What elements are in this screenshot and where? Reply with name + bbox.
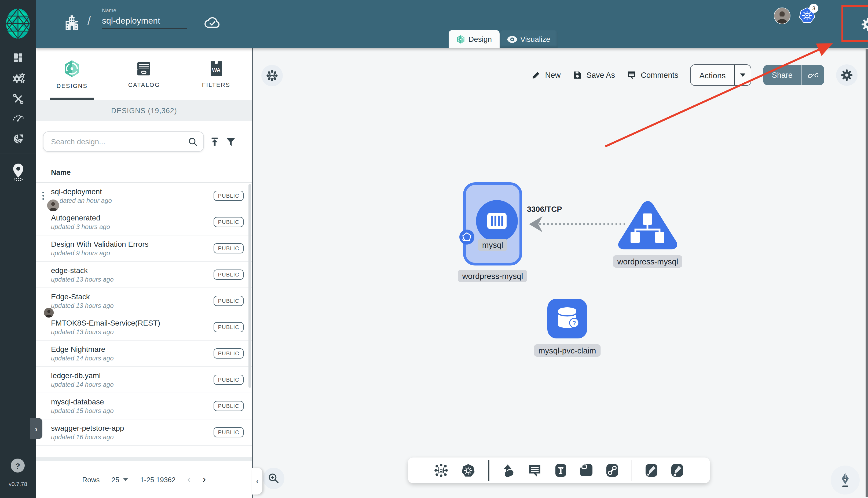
actions-button[interactable]: Actions <box>690 64 751 86</box>
copy-link-button[interactable] <box>801 65 824 85</box>
dock-divider <box>488 460 489 481</box>
sidebar-item-extensions[interactable] <box>0 129 36 149</box>
container-label: mysql <box>478 240 507 250</box>
design-list-item[interactable]: FMTOK8S-Email-Service(REST) updated 13 h… <box>36 314 252 341</box>
canvas-toolbar: New Save As Comments Actions <box>531 64 857 86</box>
container-mysql[interactable] <box>476 200 518 242</box>
draw-edge-tool-button[interactable] <box>645 463 658 477</box>
actions-label: Actions <box>691 65 734 85</box>
design-list-item[interactable]: Design With Validation Errors updated 9 … <box>36 235 252 262</box>
view-mode-tabs: Design Visualize <box>449 30 558 48</box>
save-as-button[interactable]: Save As <box>573 70 615 80</box>
chevron-down-icon <box>740 74 746 77</box>
help-button[interactable]: ? <box>11 459 25 473</box>
doodle-pencil-icon <box>671 463 684 477</box>
row-menu-icon[interactable] <box>42 192 44 200</box>
user-avatar[interactable] <box>774 8 790 24</box>
canvas-settings-button[interactable] <box>836 64 857 86</box>
node-service-wordpress-mysql[interactable] <box>614 198 682 252</box>
rows-per-page-select[interactable]: 25 <box>112 475 129 484</box>
sidebar-item-dashboard[interactable] <box>0 47 36 68</box>
wasm-icon-text: WA <box>212 67 221 73</box>
freehand-draw-tool-button[interactable] <box>671 463 684 477</box>
pvc-label: mysql-pvc-claim <box>534 346 600 356</box>
design-name-field[interactable]: Name sql-deployment <box>102 8 187 29</box>
visibility-badge: PUBLIC <box>214 427 244 437</box>
design-name-value[interactable]: sql-deployment <box>102 16 187 29</box>
panel-tab-filters[interactable]: WA FILTERS <box>180 48 252 100</box>
list-scrollbar[interactable] <box>248 184 251 388</box>
design-list-item[interactable]: Edge Nightmare updated 14 hours ago PUBL… <box>36 341 252 367</box>
pencil-icon <box>531 70 541 80</box>
comment-tool-button[interactable] <box>528 464 541 477</box>
location-pin-icon <box>11 163 25 181</box>
actions-dropdown-toggle[interactable] <box>734 65 751 85</box>
deployment-badge[interactable] <box>459 229 475 245</box>
edge-port-label: 3306/TCP <box>527 205 562 213</box>
pagination-bar: Rows 25 1-25 19362 ‹ › <box>36 461 252 498</box>
sidebar-item-lifecycle[interactable] <box>0 68 36 89</box>
design-name: swagger-petstore-app <box>51 423 124 433</box>
organization-icon[interactable] <box>64 15 80 32</box>
mesh-graph-icon <box>266 70 278 81</box>
design-list-item[interactable]: edge-stack updated 13 hours ago PUBLIC <box>36 262 252 288</box>
next-page-button[interactable]: › <box>203 474 206 485</box>
panel-collapse-button[interactable]: ‹ <box>252 468 262 495</box>
design-list-item[interactable]: swagger-petstore-app updated 16 hours ag… <box>36 419 252 446</box>
page-scrollbar[interactable] <box>866 49 868 497</box>
import-design-button[interactable] <box>209 136 220 147</box>
design-name: Edge Nightmare <box>51 344 114 355</box>
frame-tool-button[interactable] <box>580 463 593 477</box>
share-button[interactable]: Share <box>763 65 824 85</box>
visibility-badge: PUBLIC <box>214 191 244 201</box>
panel-tab-designs[interactable]: DESIGNS <box>36 48 108 100</box>
text-tool-button[interactable] <box>554 463 567 477</box>
panel-tab-catalog[interactable]: CATALOG <box>108 48 180 100</box>
design-list-item[interactable]: Autogenerated updated 3 hours ago PUBLIC <box>36 209 252 235</box>
rows-per-page-value: 25 <box>112 475 119 484</box>
sidebar-item-configuration[interactable] <box>0 89 36 109</box>
filter-designs-button[interactable] <box>225 136 236 147</box>
design-author-avatar <box>43 307 54 318</box>
design-list-item[interactable]: Edge-Stack updated 13 hours ago PUBLIC <box>36 288 252 314</box>
new-design-button[interactable]: New <box>531 70 561 80</box>
pentagon-badge-icon <box>459 229 475 245</box>
breadcrumb-separator: / <box>88 14 91 28</box>
design-author-avatar <box>47 199 60 212</box>
design-updated: updated 14 hours ago <box>51 354 114 363</box>
previous-page-button[interactable]: ‹ <box>187 474 191 485</box>
share-label: Share <box>763 65 801 85</box>
tab-visualize-label: Visualize <box>520 35 550 43</box>
kubernetes-components-button[interactable] <box>461 463 476 477</box>
design-list-item[interactable]: ledger-db.yaml updated 14 hours ago PUBL… <box>36 367 252 393</box>
text-icon <box>554 463 567 477</box>
pen-mode-button[interactable] <box>831 466 860 495</box>
gears-icon <box>12 73 24 84</box>
components-library-button[interactable] <box>434 463 448 477</box>
gear-icon <box>841 69 853 81</box>
comments-button[interactable]: Comments <box>627 70 678 80</box>
design-list-item[interactable]: mysql-database updated 15 hours ago PUBL… <box>36 393 252 419</box>
zoom-in-button[interactable] <box>263 468 284 489</box>
node-pvc-mysql-pvc-claim[interactable]: ? <box>547 299 587 338</box>
visibility-badge: PUBLIC <box>214 375 244 385</box>
shapes-tool-button[interactable] <box>502 464 515 477</box>
sidebar-item-kanvas[interactable] <box>0 158 36 186</box>
dock-divider <box>631 460 632 481</box>
design-search-box[interactable] <box>43 131 204 152</box>
visibility-badge: PUBLIC <box>214 401 244 411</box>
design-search-input[interactable] <box>50 137 188 146</box>
sidebar-item-performance[interactable] <box>0 107 36 128</box>
design-list-item[interactable]: sql-deployment dated an hour ago PUBLIC <box>36 183 252 209</box>
new-design-label: New <box>545 71 561 79</box>
relationship-tool-button[interactable] <box>606 463 619 477</box>
meshery-logo[interactable] <box>5 8 30 39</box>
layout-mesh-button[interactable] <box>261 65 283 86</box>
kubernetes-context-icon[interactable]: 3 <box>799 7 816 24</box>
tab-visualize[interactable]: Visualize <box>499 30 558 48</box>
sidebar-expand-button[interactable]: › <box>30 418 42 439</box>
design-canvas[interactable]: New Save As Comments Actions <box>253 48 868 498</box>
tab-design[interactable]: Design <box>449 30 499 48</box>
design-name-label: Name <box>102 8 187 13</box>
design-name: Autogenerated <box>51 213 110 223</box>
